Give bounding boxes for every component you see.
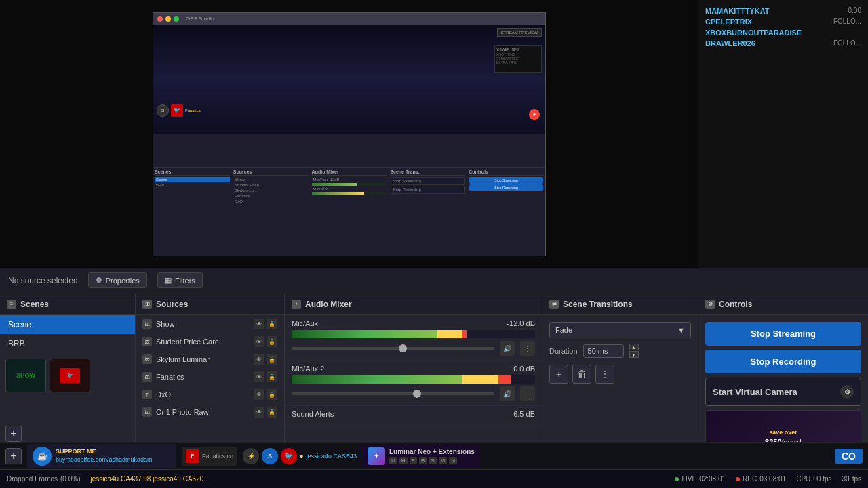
close-dot[interactable]: [157, 16, 163, 22]
stop-recording-button[interactable]: Stop Recording: [705, 350, 861, 373]
duration-up-btn[interactable]: ▲: [629, 344, 639, 350]
scene-item-brb[interactable]: BRB: [0, 334, 135, 353]
add-transition-btn[interactable]: +: [549, 365, 568, 384]
source-item-skylum[interactable]: 🖼 Skylum Luminar 👁 🔒: [136, 350, 284, 368]
properties-button[interactable]: ⚙ Properties: [88, 272, 147, 288]
live-label: LIVE: [682, 475, 696, 483]
rec-time: 03:08:01: [760, 475, 786, 483]
dropped-frames-label: Dropped Frames: [7, 475, 58, 483]
source-type-icon-0: 🖼: [142, 319, 152, 329]
audio-settings-btn-1[interactable]: ⋮: [520, 386, 535, 401]
source-lock-btn-5[interactable]: 🔒: [267, 407, 277, 418]
filters-label: Filters: [175, 277, 195, 285]
maximize-dot[interactable]: [174, 16, 179, 22]
source-controls-2: 👁 🔒: [254, 354, 277, 365]
duration-down-btn[interactable]: ▼: [629, 351, 639, 358]
obs-titlebar: OBS Studio: [153, 13, 545, 25]
audio-channel-header-1: Mic/Aux 2 0.0 dB: [292, 365, 535, 373]
add-scene-global-button[interactable]: +: [5, 448, 22, 464]
main-preview: OBS Studio STREAM PREVIEW VIEWER INFO XN…: [0, 0, 698, 268]
chat-entry-2: XBOXBURNOUTPARADISE: [705, 28, 861, 37]
duration-value: 50 ms: [588, 347, 608, 355]
chat-name-1: CPELEPTRIX: [705, 18, 752, 26]
audio-meter-1: [292, 375, 535, 384]
audio-channel-db-1: 0.0 dB: [513, 365, 535, 373]
audio-fader-thumb-1: [413, 390, 421, 398]
stop-recording-label: Stop Recording: [751, 357, 816, 367]
right-chat-panel: MAMAKITTTYKAT 0:00 CPELEPTRIX FOLLO... X…: [698, 0, 868, 268]
scene-thumb-brb[interactable]: 🐦: [50, 359, 90, 392]
audio-channel-name-2: Sound Alerts: [292, 410, 334, 418]
audio-controls-0: 🔊 ⋮: [292, 341, 535, 356]
luminar-sub-1: H: [399, 457, 408, 464]
source-type-icon-2: 🖼: [142, 354, 152, 364]
source-eye-btn-4[interactable]: 👁: [254, 389, 264, 400]
status-live: LIVE 02:08:01: [675, 475, 726, 483]
luminar-name: Luminar Neo + Extensions: [389, 448, 475, 455]
source-type-icon-1: 🖼: [142, 337, 152, 346]
transition-settings-btn[interactable]: ⋮: [595, 365, 614, 384]
chat-name-2: XBOXBURNOUTPARADISE: [705, 28, 802, 37]
bottom-source-items: F Fanatics.co ⚡ S 🐦 ● jessica4u CASE43 ✦…: [182, 445, 823, 468]
support-text: SUPPORT ME buymeacoffee.com/ashadmukadam: [56, 448, 152, 464]
transitions-panel-icon: ⇄: [549, 300, 559, 309]
sources-panel-title: Sources: [156, 300, 188, 309]
luminar-sub-labels: U H P B S M N: [389, 457, 475, 464]
duration-input[interactable]: 50 ms: [583, 344, 624, 358]
duration-label: Duration: [549, 347, 578, 355]
source-lock-btn-2[interactable]: 🔒: [267, 354, 277, 365]
status-fps: 30 fps: [842, 475, 861, 483]
stream-icon-1: S: [262, 448, 278, 464]
transition-type-select[interactable]: Fade ▼: [549, 322, 691, 338]
sources-panel-icon: ⊞: [142, 300, 152, 309]
source-name-1: Student Price Care: [156, 338, 250, 346]
source-item-show[interactable]: 🖼 Show 👁 🔒: [136, 315, 284, 333]
source-lock-btn-0[interactable]: 🔒: [267, 319, 277, 329]
dropped-frames-value: (0.0%): [60, 475, 80, 483]
add-scene-button[interactable]: +: [5, 426, 22, 442]
transition-buttons: + 🗑 ⋮: [549, 365, 691, 384]
filters-button[interactable]: ▦ Filters: [157, 272, 203, 288]
remove-transition-btn[interactable]: 🗑: [572, 365, 591, 384]
audio-settings-btn-0[interactable]: ⋮: [520, 341, 535, 356]
source-lock-btn-3[interactable]: 🔒: [267, 371, 277, 382]
source-eye-btn-1[interactable]: 👁: [254, 336, 264, 347]
audio-fader-1[interactable]: [292, 392, 494, 395]
scene-item-scene[interactable]: Scene: [0, 315, 135, 334]
audio-yellow-0: [437, 330, 462, 338]
source-lock-btn-1[interactable]: 🔒: [267, 336, 277, 347]
audio-channel-name-1: Mic/Aux 2: [292, 365, 324, 373]
source-item-on1[interactable]: 🖼 On1 Photo Raw 👁 🔒: [136, 403, 284, 421]
audio-mute-btn-0[interactable]: 🔊: [500, 341, 515, 356]
coffee-icon: ☕: [33, 447, 52, 466]
start-virtual-camera-button[interactable]: Start Virtual Camera ⚙: [705, 378, 861, 406]
minimize-dot[interactable]: [165, 16, 171, 22]
source-lock-btn-4[interactable]: 🔒: [267, 389, 277, 400]
status-bar: Dropped Frames (0.0%) jessica4u CA437.98…: [0, 469, 868, 488]
duration-row: Duration 50 ms ▲ ▼: [549, 344, 691, 358]
scenes-list: Scene BRB: [0, 315, 135, 353]
source-eye-btn-3[interactable]: 👁: [254, 371, 264, 382]
audio-mute-btn-1[interactable]: 🔊: [500, 386, 515, 401]
source-item-student[interactable]: 🖼 Student Price Care 👁 🔒: [136, 333, 284, 350]
stream-text-1: ●: [300, 453, 303, 460]
scene-thumb-show[interactable]: SHOW: [5, 359, 46, 392]
source-controls-0: 👁 🔒: [254, 319, 277, 329]
source-item-dxo[interactable]: T DxO 👁 🔒: [136, 386, 284, 403]
source-type-icon-3: 🖼: [142, 372, 152, 382]
nested-sources-panel: Sources Show Student Price... Skylum Lu.…: [232, 167, 310, 256]
audio-fader-0[interactable]: [292, 347, 494, 350]
source-controls-1: 👁 🔒: [254, 336, 277, 347]
source-item-fanatics[interactable]: 🖼 Fanatics 👁 🔒: [136, 368, 284, 386]
source-eye-btn-0[interactable]: 👁: [254, 319, 264, 329]
status-cpu: CPU 00 fps: [796, 475, 831, 483]
scenes-panel-title: Scenes: [20, 300, 49, 309]
source-eye-btn-5[interactable]: 👁: [254, 407, 264, 418]
source-eye-btn-2[interactable]: 👁: [254, 354, 264, 365]
audio-channel-name-0: Mic/Aux: [292, 319, 318, 327]
stop-streaming-button[interactable]: Stop Streaming: [705, 322, 861, 346]
audio-meter-0: [292, 330, 535, 338]
chat-entry-1: CPELEPTRIX FOLLO...: [705, 18, 861, 26]
no-source-label: No source selected: [8, 276, 78, 285]
transition-chevron: ▼: [677, 326, 685, 334]
